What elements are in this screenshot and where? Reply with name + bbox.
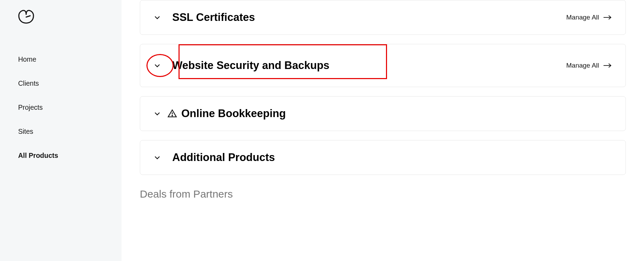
manage-all-link[interactable]: Manage All	[566, 14, 612, 21]
manage-all-label: Manage All	[566, 14, 599, 21]
expand-toggle[interactable]	[150, 10, 165, 25]
warning-icon	[167, 109, 177, 118]
sidebar-item-home[interactable]: Home	[18, 47, 103, 71]
panel-left: Additional Products	[150, 150, 275, 165]
panel-left: Online Bookkeeping	[150, 106, 286, 121]
arrow-right-icon	[603, 15, 612, 20]
godaddy-logo-icon	[18, 10, 34, 24]
logo[interactable]	[18, 10, 103, 26]
sidebar-item-clients[interactable]: Clients	[18, 71, 103, 95]
panel-title: Website Security and Backups	[172, 59, 329, 72]
panel-additional-products: Additional Products	[140, 140, 626, 175]
panel-title: Additional Products	[172, 151, 275, 164]
panel-website-security: Website Security and Backups Manage All	[140, 44, 626, 87]
expand-toggle[interactable]	[150, 150, 165, 165]
deals-from-partners-heading: Deals from Partners	[140, 188, 626, 200]
expand-toggle[interactable]	[150, 106, 165, 121]
panel-ssl-certificates: SSL Certificates Manage All	[140, 0, 626, 35]
chevron-down-icon	[153, 14, 161, 21]
sidebar: Home Clients Projects Sites All Products	[0, 0, 121, 261]
sidebar-item-projects[interactable]: Projects	[18, 95, 103, 120]
main-content: SSL Certificates Manage All Website Secu…	[121, 0, 644, 261]
manage-all-link[interactable]: Manage All	[566, 62, 612, 69]
svg-point-3	[172, 115, 173, 116]
panel-left: Website Security and Backups	[150, 58, 329, 73]
chevron-down-icon	[153, 154, 161, 161]
sidebar-nav: Home Clients Projects Sites All Products	[18, 47, 103, 168]
sidebar-item-all-products[interactable]: All Products	[18, 144, 103, 168]
chevron-down-icon	[153, 62, 161, 69]
manage-all-label: Manage All	[566, 62, 599, 69]
panel-title: Online Bookkeeping	[181, 107, 286, 120]
expand-toggle[interactable]	[150, 58, 165, 73]
panel-online-bookkeeping: Online Bookkeeping	[140, 96, 626, 131]
panel-left: SSL Certificates	[150, 10, 255, 25]
sidebar-item-sites[interactable]: Sites	[18, 120, 103, 144]
panel-title: SSL Certificates	[172, 11, 255, 24]
chevron-down-icon	[153, 110, 161, 117]
arrow-right-icon	[603, 63, 612, 68]
